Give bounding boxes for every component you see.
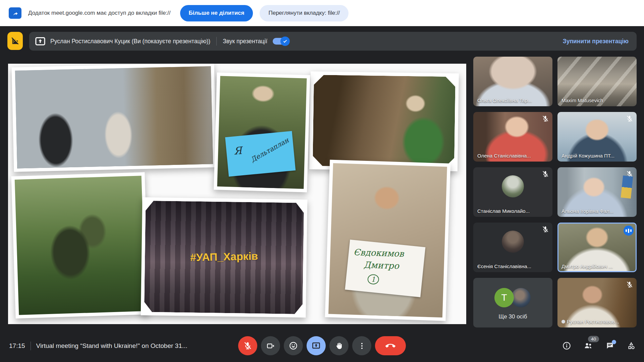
- overflow-avatars: T: [494, 288, 531, 307]
- blue-paper-sign: Я Дельтаплан: [225, 131, 296, 177]
- check-icon: [283, 39, 287, 43]
- google-meet-window: Додаток meet.google.com має доступ до вк…: [0, 0, 644, 362]
- participant-name: Олена Станіславівна...: [477, 153, 531, 159]
- more-options-button[interactable]: [352, 336, 371, 355]
- meeting-panels: 40: [562, 336, 636, 355]
- avatar: [502, 175, 524, 197]
- divider: [31, 342, 31, 350]
- participant-name: Дмитро Андрійович ...: [561, 263, 613, 269]
- participant-tile-olena[interactable]: Олена Станіславівна...: [473, 112, 552, 162]
- present-screen-button[interactable]: [307, 336, 326, 355]
- collage-photo-boy-with-sign: Я Дельтаплан: [214, 72, 310, 192]
- participant-name: Ольга Олексіївна Тар...: [477, 98, 532, 103]
- presentation-audio-label: Звук презентації: [223, 38, 267, 45]
- sign-word: Дельтаплан: [249, 136, 290, 164]
- sign-line: Дмитро: [364, 260, 399, 271]
- avatar: [502, 231, 524, 253]
- presenter-name: Руслан Ростиславович Куцик (Ви (показуєт…: [50, 38, 210, 45]
- tab-share-banner: Додаток meet.google.com має доступ до вк…: [0, 0, 644, 26]
- collage-photo-street: [12, 64, 217, 172]
- mic-toggle-button[interactable]: [238, 336, 257, 355]
- white-paper-sign: Євдокимов Дмитро 1: [345, 240, 425, 297]
- clock: 17:15: [9, 342, 25, 350]
- sign-number: 1: [368, 274, 379, 284]
- participant-count-badge: 40: [588, 336, 599, 342]
- participant-name: Станіслав Миколайо...: [477, 208, 530, 214]
- participant-tile-olha[interactable]: Ольга Олексіївна Тар...: [473, 57, 552, 106]
- end-call-button[interactable]: [375, 336, 406, 355]
- participant-tile-yesenia[interactable]: Єсенія Станіславівна...: [473, 223, 552, 272]
- reactions-button[interactable]: [284, 336, 303, 355]
- activities-button[interactable]: [627, 341, 636, 351]
- tab-share-message: Додаток meet.google.com має доступ до вк…: [28, 10, 171, 16]
- tab-share-icon: [9, 7, 21, 19]
- stop-sharing-button[interactable]: Більше не ділитися: [180, 5, 253, 21]
- raise-hand-button[interactable]: [329, 336, 348, 355]
- collage-photo-tree-carving: [309, 71, 459, 171]
- meeting-details-button[interactable]: [562, 341, 571, 350]
- participant-tile-stanislav[interactable]: Станіслав Миколайо...: [473, 167, 552, 217]
- more-people-label: Ще 30 осіб: [473, 313, 552, 320]
- presentation-header-bar: Руслан Ростиславович Куцик (Ви (показуєт…: [29, 32, 637, 51]
- avatar-letter: T: [494, 288, 514, 307]
- group-hashtag-text: #УАП_Харків: [190, 250, 258, 264]
- avatar: [511, 288, 531, 307]
- stop-presentation-link[interactable]: Зупинити презентацію: [563, 38, 629, 45]
- mic-off-icon: [626, 170, 633, 178]
- participant-tile-alona[interactable]: Альона Ігорівна Фал...: [557, 167, 637, 217]
- meeting-info: 17:15 Virtual meeting “Stand with Ukrain…: [9, 336, 187, 355]
- toggle-thumb: [280, 37, 290, 46]
- participants-grid: Ольга Олексіївна Тар... Maxim Matusevich…: [473, 57, 637, 327]
- shared-screen-stage: Я Дельтаплан #УАП_Харків Євдокимов Дмитр…: [8, 64, 466, 324]
- collage-photo-park-group: [11, 172, 149, 318]
- collage-photo-man-with-sign: Євдокимов Дмитро 1: [325, 160, 451, 321]
- participant-name-text: Руслан Ростиславов...: [567, 319, 619, 324]
- mic-off-icon: [626, 115, 633, 122]
- header-divider: [216, 37, 217, 46]
- participant-tile-andrii[interactable]: Андрій Кожушина ПТ...: [557, 112, 637, 162]
- mic-off-icon: [542, 226, 549, 233]
- speaking-indicator-icon: [624, 226, 634, 236]
- sign-word: Я: [233, 144, 242, 157]
- mic-off-icon: [542, 115, 549, 122]
- participants-panel-button[interactable]: 40: [583, 341, 593, 350]
- participant-tile-maxim[interactable]: Maxim Matusevich: [557, 57, 637, 106]
- participant-name: Руслан Ростиславов...: [561, 319, 619, 324]
- chat-notification-dot: [612, 340, 616, 344]
- participant-tile-ruslan[interactable]: Руслан Ростиславов...: [557, 278, 637, 327]
- participant-name: Андрій Кожушина ПТ...: [561, 153, 614, 159]
- presentation-audio-toggle[interactable]: [273, 38, 289, 45]
- overflow-tile-more-people[interactable]: T Ще 30 осіб: [473, 278, 552, 327]
- presenting-icon: [35, 37, 45, 46]
- camera-toggle-button[interactable]: [261, 336, 280, 355]
- sign-line: Євдокимов: [353, 247, 404, 259]
- participant-tile-dmytro-active[interactable]: Дмитро Андрійович ...: [557, 223, 637, 272]
- mic-off-icon: [542, 170, 549, 178]
- mic-off-icon: [626, 281, 633, 288]
- call-controls: [238, 336, 406, 355]
- view-tab-button[interactable]: Переглянути вкладку: file://: [260, 5, 348, 21]
- participant-name: Альона Ігорівна Фал...: [561, 208, 613, 214]
- meeting-title: Virtual meeting “Stand with Ukraine!" on…: [36, 342, 187, 350]
- collage-photo-big-group: #УАП_Харків: [141, 197, 308, 318]
- presentation-hidden-warning-icon[interactable]: [7, 32, 23, 50]
- presenting-dot-icon: [561, 320, 565, 323]
- participant-name: Maxim Matusevich: [561, 98, 603, 103]
- chat-panel-button[interactable]: [605, 341, 614, 350]
- participant-name: Єсенія Станіславівна...: [477, 263, 531, 269]
